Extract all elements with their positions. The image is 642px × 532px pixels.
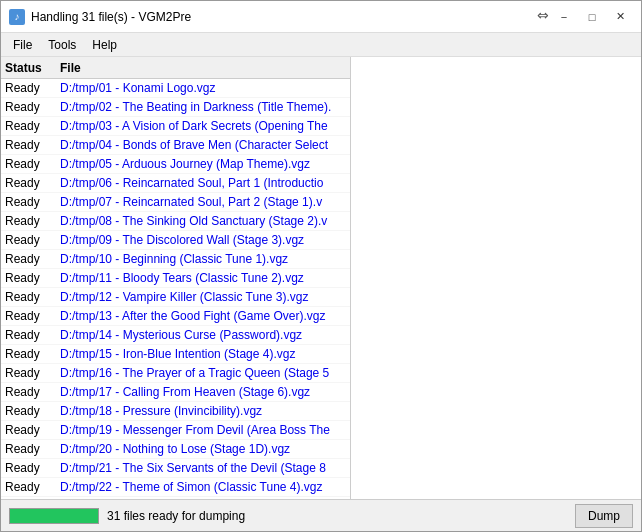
left-panel: Status File ReadyD:/tmp/01 - Konami Logo… [1,57,351,499]
title-bar-left: ♪ Handling 31 file(s) - VGM2Pre [9,9,191,25]
cell-status: Ready [1,404,56,418]
table-row[interactable]: ReadyD:/tmp/15 - Iron-Blue Intention (St… [1,345,350,364]
cell-file: D:/tmp/19 - Messenger From Devil (Area B… [56,423,350,437]
transfer-icon: ⇔ [537,7,549,27]
cell-file: D:/tmp/09 - The Discolored Wall (Stage 3… [56,233,350,247]
cell-status: Ready [1,442,56,456]
file-list-scroll[interactable]: ReadyD:/tmp/01 - Konami Logo.vgzReadyD:/… [1,79,350,499]
table-row[interactable]: ReadyD:/tmp/07 - Reincarnated Soul, Part… [1,193,350,212]
table-row[interactable]: ReadyD:/tmp/03 - A Vision of Dark Secret… [1,117,350,136]
header-file: File [56,59,350,77]
cell-status: Ready [1,138,56,152]
right-panel [351,57,641,499]
menu-help[interactable]: Help [84,35,125,54]
cell-file: D:/tmp/21 - The Six Servants of the Devi… [56,461,350,475]
dump-button[interactable]: Dump [575,504,633,528]
close-button[interactable]: ✕ [607,7,633,27]
cell-status: Ready [1,290,56,304]
table-row[interactable]: ReadyD:/tmp/04 - Bonds of Brave Men (Cha… [1,136,350,155]
window-title: Handling 31 file(s) - VGM2Pre [31,10,191,24]
table-row[interactable]: ReadyD:/tmp/18 - Pressure (Invincibility… [1,402,350,421]
cell-file: D:/tmp/15 - Iron-Blue Intention (Stage 4… [56,347,350,361]
minimize-button[interactable]: − [551,7,577,27]
table-row[interactable]: ReadyD:/tmp/22 - Theme of Simon (Classic… [1,478,350,497]
table-row[interactable]: ReadyD:/tmp/13 - After the Good Fight (G… [1,307,350,326]
cell-status: Ready [1,423,56,437]
table-row[interactable]: ReadyD:/tmp/19 - Messenger From Devil (A… [1,421,350,440]
progress-bar-container [9,508,99,524]
main-window: ♪ Handling 31 file(s) - VGM2Pre ⇔ − □ ✕ … [0,0,642,532]
cell-file: D:/tmp/04 - Bonds of Brave Men (Characte… [56,138,350,152]
cell-file: D:/tmp/18 - Pressure (Invincibility).vgz [56,404,350,418]
cell-status: Ready [1,233,56,247]
menu-tools[interactable]: Tools [40,35,84,54]
title-bar: ♪ Handling 31 file(s) - VGM2Pre ⇔ − □ ✕ [1,1,641,33]
cell-status: Ready [1,119,56,133]
cell-status: Ready [1,366,56,380]
cell-file: D:/tmp/03 - A Vision of Dark Secrets (Op… [56,119,350,133]
cell-file: D:/tmp/07 - Reincarnated Soul, Part 2 (S… [56,195,350,209]
table-row[interactable]: ReadyD:/tmp/20 - Nothing to Lose (Stage … [1,440,350,459]
table-row[interactable]: ReadyD:/tmp/21 - The Six Servants of the… [1,459,350,478]
cell-status: Ready [1,100,56,114]
cell-status: Ready [1,309,56,323]
cell-status: Ready [1,81,56,95]
window-controls: ⇔ − □ ✕ [537,7,633,27]
table-row[interactable]: ReadyD:/tmp/02 - The Beating in Darkness… [1,98,350,117]
cell-file: D:/tmp/02 - The Beating in Darkness (Tit… [56,100,350,114]
cell-file: D:/tmp/20 - Nothing to Lose (Stage 1D).v… [56,442,350,456]
cell-status: Ready [1,195,56,209]
cell-status: Ready [1,480,56,494]
table-row[interactable]: ReadyD:/tmp/08 - The Sinking Old Sanctua… [1,212,350,231]
cell-file: D:/tmp/17 - Calling From Heaven (Stage 6… [56,385,350,399]
maximize-button[interactable]: □ [579,7,605,27]
cell-file: D:/tmp/13 - After the Good Fight (Game O… [56,309,350,323]
table-row[interactable]: ReadyD:/tmp/11 - Bloody Tears (Classic T… [1,269,350,288]
cell-status: Ready [1,157,56,171]
cell-status: Ready [1,385,56,399]
cell-file: D:/tmp/08 - The Sinking Old Sanctuary (S… [56,214,350,228]
table-row[interactable]: ReadyD:/tmp/01 - Konami Logo.vgz [1,79,350,98]
cell-file: D:/tmp/16 - The Prayer of a Tragic Queen… [56,366,350,380]
menu-file[interactable]: File [5,35,40,54]
app-icon: ♪ [9,9,25,25]
table-row[interactable]: ReadyD:/tmp/05 - Arduous Journey (Map Th… [1,155,350,174]
cell-file: D:/tmp/06 - Reincarnated Soul, Part 1 (I… [56,176,350,190]
table-row[interactable]: ReadyD:/tmp/09 - The Discolored Wall (St… [1,231,350,250]
cell-status: Ready [1,461,56,475]
cell-file: D:/tmp/01 - Konami Logo.vgz [56,81,350,95]
table-row[interactable]: ReadyD:/tmp/17 - Calling From Heaven (St… [1,383,350,402]
cell-status: Ready [1,347,56,361]
cell-status: Ready [1,328,56,342]
cell-status: Ready [1,214,56,228]
status-bar: 31 files ready for dumping Dump [1,499,641,531]
table-row[interactable]: ReadyD:/tmp/12 - Vampire Killer (Classic… [1,288,350,307]
file-list-header: Status File [1,57,350,79]
cell-file: D:/tmp/10 - Beginning (Classic Tune 1).v… [56,252,350,266]
status-text: 31 files ready for dumping [107,509,567,523]
content-area: Status File ReadyD:/tmp/01 - Konami Logo… [1,57,641,499]
cell-file: D:/tmp/12 - Vampire Killer (Classic Tune… [56,290,350,304]
cell-status: Ready [1,252,56,266]
header-status: Status [1,59,56,77]
table-row[interactable]: ReadyD:/tmp/06 - Reincarnated Soul, Part… [1,174,350,193]
cell-status: Ready [1,176,56,190]
menu-bar: File Tools Help [1,33,641,57]
table-row[interactable]: ReadyD:/tmp/10 - Beginning (Classic Tune… [1,250,350,269]
right-panel-scroll[interactable] [351,57,641,499]
cell-file: D:/tmp/22 - Theme of Simon (Classic Tune… [56,480,350,494]
progress-bar-fill [10,509,98,523]
cell-status: Ready [1,271,56,285]
cell-file: D:/tmp/11 - Bloody Tears (Classic Tune 2… [56,271,350,285]
cell-file: D:/tmp/14 - Mysterious Curse (Password).… [56,328,350,342]
cell-file: D:/tmp/05 - Arduous Journey (Map Theme).… [56,157,350,171]
table-row[interactable]: ReadyD:/tmp/14 - Mysterious Curse (Passw… [1,326,350,345]
table-row[interactable]: ReadyD:/tmp/16 - The Prayer of a Tragic … [1,364,350,383]
